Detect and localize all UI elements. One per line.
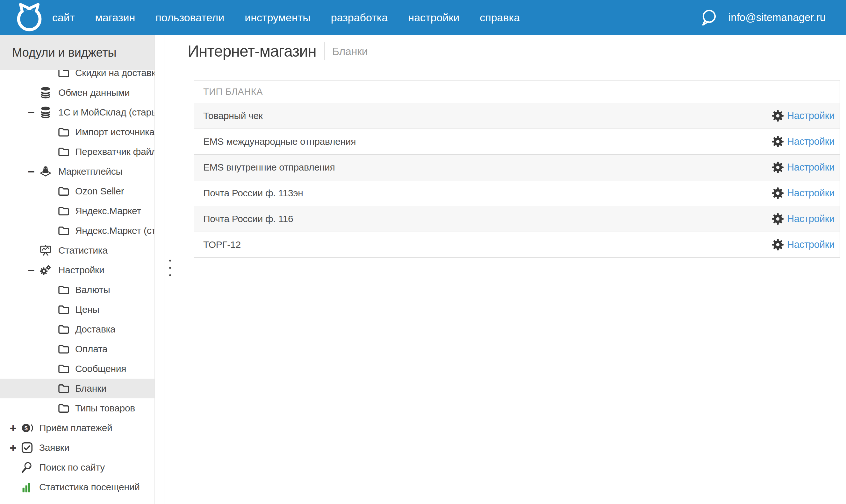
settings-link-label: Настройки xyxy=(787,110,834,122)
folder-icon xyxy=(58,185,69,197)
sitemanager-logo-icon[interactable] xyxy=(13,2,45,33)
nav-item-tools[interactable]: инструменты xyxy=(245,12,311,24)
settings-link[interactable]: Настройки xyxy=(772,239,840,251)
sidebar-item-marketpleysy[interactable]: − Маркетплейсы xyxy=(0,162,155,181)
sidebar-item-clipped-bottom[interactable] xyxy=(0,497,155,504)
settings-link-label: Настройки xyxy=(787,213,834,224)
gear-icon xyxy=(772,213,784,225)
sidebar-item-valyuty[interactable]: Валюты xyxy=(0,280,155,300)
table-row: ТОРГ-12 Настройки xyxy=(194,232,840,257)
sidebar-item-statistika[interactable]: Статистика xyxy=(0,240,155,260)
settings-link[interactable]: Настройки xyxy=(772,110,840,122)
sidebar-item-ozon-seller[interactable]: Ozon Seller xyxy=(0,181,155,201)
gear-icon xyxy=(772,239,784,251)
sidebar-item-obmen-dannymi[interactable]: Обмен данными xyxy=(0,83,155,103)
gear-icon xyxy=(772,110,784,122)
sidebar-item-nastroyki[interactable]: − Настройки xyxy=(0,260,155,280)
sidebar-item-label: Заявки xyxy=(39,442,69,453)
folder-icon xyxy=(58,224,69,237)
sidebar-item-label: Приём платежей xyxy=(39,422,113,433)
sidebar-item-yandex-market-old[interactable]: Яндекс.Маркет (старый xyxy=(0,221,155,240)
table-row: Товарный чек Настройки xyxy=(194,103,840,128)
sidebar-item-skidki-na-dostavku[interactable]: Скидки на доставку xyxy=(0,70,155,83)
row-label: Почта России ф. 113эн xyxy=(194,188,303,199)
sidebar-resize-handle[interactable] xyxy=(165,35,176,504)
checkbox-icon xyxy=(21,442,33,454)
sidebar-item-label: 1С и МойСклад (старый обме xyxy=(58,107,155,118)
drag-dots-icon xyxy=(169,259,171,276)
table-header: ТИП БЛАНКА xyxy=(194,80,840,103)
sidebar-item-1c-moysklad[interactable]: − 1С и МойСклад (старый обме xyxy=(0,103,155,122)
sidebar-item-label: Бланки xyxy=(75,383,106,394)
stats-board-icon xyxy=(40,245,51,256)
main-menu: сайт магазин пользователи инструменты ра… xyxy=(52,12,520,24)
folder-icon xyxy=(58,323,69,335)
nav-item-users[interactable]: пользователи xyxy=(155,12,224,24)
settings-link[interactable]: Настройки xyxy=(772,136,840,148)
page-header: Интернет-магазин Бланки xyxy=(188,42,846,60)
expand-toggle[interactable]: + xyxy=(7,422,18,434)
nav-item-development[interactable]: разработка xyxy=(331,12,388,24)
sidebar-item-label: Настройки xyxy=(58,265,104,275)
sidebar-item-tipy-tovarov[interactable]: Типы товаров xyxy=(0,398,155,418)
sidebar-item-blanki-selected[interactable]: Бланки xyxy=(0,379,155,398)
folder-icon xyxy=(58,284,69,296)
collapse-toggle[interactable]: − xyxy=(26,265,37,276)
sidebar-item-dostavka[interactable]: Доставка xyxy=(0,320,155,339)
gears-icon xyxy=(40,264,51,276)
row-label: ТОРГ-12 xyxy=(194,239,241,250)
table-row: EMS международные отправления Настройки xyxy=(194,128,840,154)
sidebar-item-oplata[interactable]: Оплата xyxy=(0,339,155,359)
settings-link[interactable]: Настройки xyxy=(772,161,840,174)
folder-icon xyxy=(58,70,69,79)
sidebar-item-label: Маркетплейсы xyxy=(58,166,123,177)
search-icon xyxy=(21,461,33,473)
row-label: EMS международные отправления xyxy=(194,136,356,147)
sidebar-item-label: Типы товаров xyxy=(75,403,135,414)
sidebar-item-perekhvatchik-faylov[interactable]: Перехватчик файлов им xyxy=(0,142,155,162)
sidebar-item-label: Статистика посещений xyxy=(39,482,140,492)
nav-item-help[interactable]: справка xyxy=(480,12,520,24)
sidebar-item-poisk-po-saytu[interactable]: Поиск по сайту xyxy=(0,457,155,477)
sidebar-item-import-istochnika[interactable]: Импорт источника xyxy=(0,122,155,142)
main-content: Интернет-магазин Бланки ТИП БЛАНКА Товар… xyxy=(176,35,846,504)
sidebar-item-label: Оплата xyxy=(75,344,107,355)
settings-link-label: Настройки xyxy=(787,136,834,147)
sidebar-item-soobshcheniya[interactable]: Сообщения xyxy=(0,359,155,379)
sidebar-item-label: Сообщения xyxy=(75,363,126,374)
sidebar-item-label: Доставка xyxy=(75,324,115,335)
table-row: EMS внутренние отправления Настройки xyxy=(194,154,840,180)
modules-sidebar: Скидки на доставку Обмен данными − 1С и … xyxy=(0,35,165,504)
sidebar-item-label: Обмен данными xyxy=(58,87,130,98)
sidebar-item-label: Скидки на доставку xyxy=(75,70,155,78)
support-email-link[interactable]: info@sitemanager.ru xyxy=(728,12,826,23)
sidebar-item-priyom-platezhey[interactable]: + Приём платежей xyxy=(0,418,155,438)
folder-icon xyxy=(58,205,69,217)
sidebar-item-zayavki[interactable]: + Заявки xyxy=(0,438,155,457)
sidebar-item-statistika-poseshcheniy[interactable]: Статистика посещений xyxy=(0,477,155,497)
folder-icon xyxy=(58,304,69,316)
gear-icon xyxy=(772,187,784,199)
database-icon xyxy=(40,87,51,98)
row-label: EMS внутренние отправления xyxy=(194,162,335,173)
settings-link-label: Настройки xyxy=(787,187,834,199)
table-row: Почта России ф. 116 Настройки xyxy=(194,206,840,232)
collapse-toggle[interactable]: − xyxy=(26,166,37,178)
collapse-toggle[interactable]: − xyxy=(26,107,37,119)
nav-item-site[interactable]: сайт xyxy=(52,12,74,24)
page-subtitle: Бланки xyxy=(332,45,368,58)
nav-item-shop[interactable]: магазин xyxy=(95,12,135,24)
sidebar-scrollbar[interactable] xyxy=(155,35,165,504)
column-header-tip-blanka: ТИП БЛАНКА xyxy=(203,87,263,97)
sidebar-item-yandex-market[interactable]: Яндекс.Маркет xyxy=(0,201,155,221)
sidebar-title: Модули и виджеты xyxy=(0,35,155,70)
settings-link[interactable]: Настройки xyxy=(772,213,840,225)
nav-item-settings[interactable]: настройки xyxy=(408,12,459,24)
settings-link[interactable]: Настройки xyxy=(772,187,840,199)
chat-bubble-icon[interactable] xyxy=(700,9,717,26)
sidebar-item-tseny[interactable]: Цены xyxy=(0,300,155,320)
expand-toggle[interactable]: + xyxy=(7,442,18,454)
modules-tree: Скидки на доставку Обмен данными − 1С и … xyxy=(0,70,155,504)
row-label: Почта России ф. 116 xyxy=(194,214,293,224)
sidebar-item-label: Валюты xyxy=(75,285,110,295)
